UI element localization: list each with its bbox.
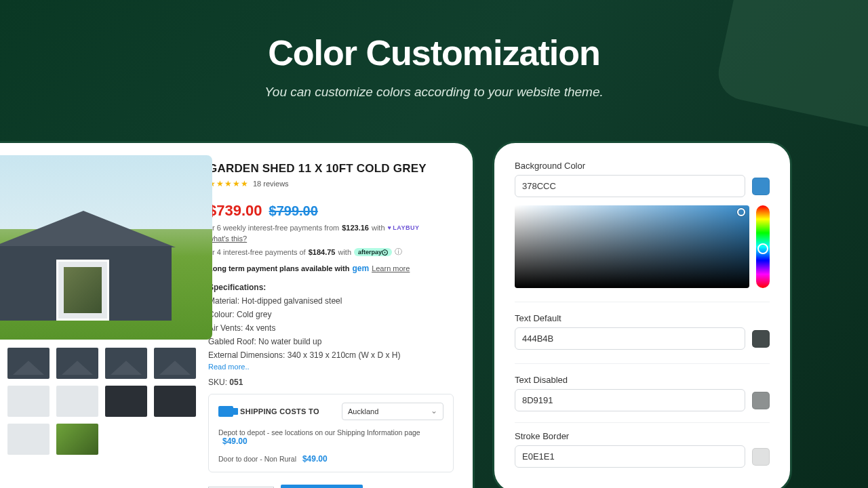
ship-price-1: $49.00	[222, 436, 248, 446]
thumbnail[interactable]	[7, 424, 50, 455]
learn-more-link[interactable]: Learn more	[372, 264, 410, 272]
thumbnail[interactable]	[154, 348, 196, 379]
sku-label: SKU:	[208, 378, 227, 387]
stroke-border-input[interactable]	[515, 445, 745, 468]
afterpay-with: with	[338, 248, 351, 256]
compare-price: $799.00	[269, 203, 318, 219]
afterpay-badge[interactable]: afterpay⨀	[354, 248, 392, 256]
sku-value: 051	[229, 378, 243, 387]
thumbnail[interactable]	[56, 348, 98, 379]
laybuy-badge[interactable]: ♥ LAYBUY	[388, 224, 420, 231]
product-hero-image[interactable]	[0, 155, 212, 340]
laybuy-prefix: or 6 weekly interest-free payments from	[208, 224, 339, 232]
specs-heading: Specifications:	[208, 283, 454, 292]
spec-line: Material: Hot-dipped galvanised steel	[208, 296, 454, 306]
afterpay-prefix: or 4 interest-free payments of	[208, 248, 306, 256]
bg-color-label: Background Color	[515, 161, 770, 171]
info-icon[interactable]: ⓘ	[395, 247, 402, 257]
price: $739.00	[208, 202, 262, 220]
thumbnail[interactable]	[56, 424, 98, 455]
ship-line-2: Door to door - Non Rural	[218, 455, 296, 463]
spec-line: Gabled Roof: No water build up	[208, 337, 454, 346]
text-disabled-swatch[interactable]	[752, 392, 770, 409]
text-default-input[interactable]	[515, 327, 745, 350]
page-subtitle: You can customize colors according to yo…	[231, 83, 637, 102]
thumbnail[interactable]	[7, 386, 50, 417]
longterm-text: Long term payment plans available with	[208, 264, 349, 272]
color-gradient-canvas[interactable]	[515, 205, 749, 288]
background-decor	[713, 0, 868, 134]
ship-price-2: $49.00	[302, 454, 328, 464]
whats-this-link[interactable]: what's this?	[208, 235, 247, 243]
shipping-region-select[interactable]: Auckland	[342, 403, 443, 420]
shipping-title: SHIPPING COSTS TO	[240, 407, 319, 415]
spec-line: External Dimensions: 340 x 319 x 210cm (…	[208, 350, 454, 360]
hue-handle[interactable]	[757, 243, 768, 254]
product-gallery	[0, 155, 193, 479]
gem-badge[interactable]: gem	[352, 264, 369, 273]
thumbnail-grid	[7, 348, 193, 455]
ship-line-1: Depot to depot - see locations on our Sh…	[218, 428, 420, 436]
thumbnail[interactable]	[105, 386, 147, 417]
add-to-cart-button[interactable]: Add to Cart	[281, 485, 363, 488]
divider	[515, 422, 770, 423]
spec-line: Colour: Cold grey	[208, 310, 454, 319]
bg-color-input[interactable]	[515, 175, 745, 197]
product-preview-card: GARDEN SHED 11 X 10FT COLD GREY ★★★★★ 18…	[0, 141, 475, 488]
shipping-box: SHIPPING COSTS TO Auckland Depot to depo…	[208, 394, 454, 472]
laybuy-with: with	[372, 224, 385, 232]
text-disabled-input[interactable]	[515, 389, 745, 411]
divider	[515, 302, 770, 302]
stroke-border-label: Stroke Border	[515, 431, 770, 441]
thumbnail[interactable]	[56, 386, 98, 417]
truck-icon	[218, 406, 233, 417]
reviews-count[interactable]: 18 reviews	[253, 180, 289, 188]
spec-line: Air Vents: 4x vents	[208, 323, 454, 333]
laybuy-amount: $123.16	[342, 224, 369, 232]
thumbnail[interactable]	[105, 348, 147, 379]
text-default-label: Text Default	[515, 313, 770, 323]
gradient-handle[interactable]	[737, 208, 745, 216]
bg-color-swatch[interactable]	[752, 178, 770, 195]
text-disabled-label: Text Disabled	[515, 375, 770, 385]
star-rating-icon: ★★★★★	[208, 179, 249, 188]
hue-slider[interactable]	[756, 205, 770, 288]
product-title: GARDEN SHED 11 X 10FT COLD GREY	[208, 162, 454, 176]
color-settings-panel: Background Color Text Default Text Disab…	[492, 141, 792, 488]
divider	[515, 363, 770, 364]
afterpay-amount: $184.75	[309, 248, 336, 256]
stroke-border-swatch[interactable]	[752, 448, 770, 466]
thumbnail[interactable]	[7, 348, 50, 379]
text-default-swatch[interactable]	[752, 330, 770, 348]
thumbnail[interactable]	[154, 386, 196, 417]
product-details: GARDEN SHED 11 X 10FT COLD GREY ★★★★★ 18…	[208, 155, 454, 479]
read-more-link[interactable]: Read more..	[208, 363, 454, 371]
